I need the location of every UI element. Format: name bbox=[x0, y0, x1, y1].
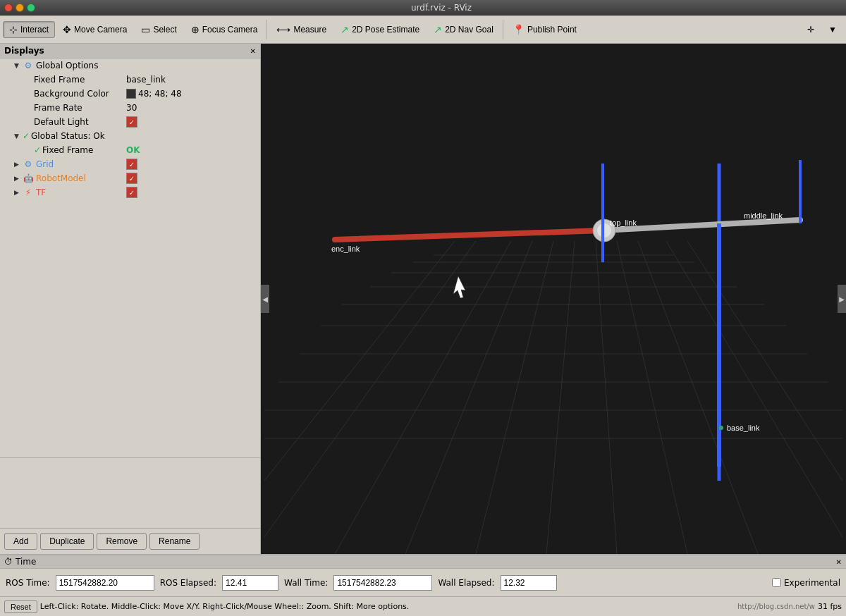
robot-model-checkbox-control[interactable]: ✓ bbox=[126, 173, 137, 184]
focus-camera-icon: ⊕ bbox=[191, 24, 200, 35]
time-icon: ⏱ bbox=[4, 557, 13, 567]
focus-camera-button[interactable]: ⊕ Focus Camera bbox=[185, 21, 264, 38]
timebar-close-icon[interactable]: ✕ bbox=[836, 558, 842, 566]
frame-rate-label: Frame Rate bbox=[34, 103, 82, 113]
tree-item-global-options[interactable]: ▼ ⚙ Global Options bbox=[0, 58, 260, 73]
2d-pose-button[interactable]: ↗ 2D Pose Estimate bbox=[334, 21, 426, 38]
tf-checkbox: ✓ bbox=[126, 187, 257, 198]
tree-item-frame-rate[interactable]: Frame Rate 30 bbox=[0, 101, 260, 115]
toolbar-menu-button[interactable]: ▼ bbox=[822, 22, 843, 37]
close-button[interactable] bbox=[4, 4, 13, 12]
tree-item-robot-model[interactable]: ▶ 🤖 RobotModel ✓ bbox=[0, 171, 260, 185]
svg-text:top_link: top_link bbox=[610, 218, 637, 227]
measure-icon: ⟷ bbox=[276, 24, 290, 35]
displays-title: Displays bbox=[4, 46, 44, 56]
background-color-label: Background Color bbox=[34, 89, 109, 99]
svg-point-34 bbox=[719, 426, 723, 430]
reset-button[interactable]: Reset bbox=[4, 600, 37, 613]
interact-button[interactable]: ⊹ Interact bbox=[3, 21, 55, 38]
add-toolbar-icon: ✛ bbox=[807, 25, 814, 35]
displays-tree: ▼ ⚙ Global Options Fixed Frame base_link bbox=[0, 58, 260, 457]
add-toolbar-button[interactable]: ✛ bbox=[801, 22, 821, 37]
timebar-header: ⏱ Time ✕ bbox=[0, 555, 846, 569]
tree-item-global-status[interactable]: ▼ ✓ Global Status: Ok bbox=[0, 129, 260, 143]
default-light-value: ✓ bbox=[126, 116, 257, 128]
ros-time-label: ROS Time: bbox=[6, 578, 50, 588]
svg-text:enc_link: enc_link bbox=[331, 245, 360, 253]
global-status-label: Global Status: Ok bbox=[31, 131, 105, 141]
timebar-content: ROS Time: ROS Elapsed: Wall Time: Wall E… bbox=[0, 569, 846, 596]
tree-item-tf[interactable]: ▶ ⚡ TF ✓ bbox=[0, 185, 260, 199]
toolbar-menu-icon: ▼ bbox=[828, 25, 837, 35]
rename-button[interactable]: Rename bbox=[149, 533, 200, 550]
3d-viewport[interactable]: ◀ ▶ bbox=[261, 44, 846, 554]
tf-checkbox-control[interactable]: ✓ bbox=[126, 187, 137, 198]
tree-item-default-light[interactable]: Default Light ✓ bbox=[0, 115, 260, 129]
ros-time-input[interactable] bbox=[56, 575, 154, 591]
wall-elapsed-input[interactable] bbox=[501, 575, 557, 591]
tree-item-fixed-frame[interactable]: Fixed Frame base_link bbox=[0, 73, 260, 87]
tree-item-grid[interactable]: ▶ ⚙ Grid ✓ bbox=[0, 157, 260, 171]
grid-checkbox: ✓ bbox=[126, 159, 257, 170]
robot-model-checkbox: ✓ bbox=[126, 173, 257, 184]
focus-camera-label: Focus Camera bbox=[202, 25, 258, 35]
remove-button[interactable]: Remove bbox=[97, 533, 147, 550]
3d-scene: enc_link top_link middle_link base_link bbox=[261, 44, 846, 554]
grid-arrow: ▶ bbox=[14, 161, 23, 168]
select-label: Select bbox=[153, 25, 176, 35]
grid-checkbox-control[interactable]: ✓ bbox=[126, 159, 137, 170]
2d-pose-label: 2D Pose Estimate bbox=[352, 25, 419, 35]
url-display: http://blog.csdn.net/w bbox=[737, 603, 815, 610]
publish-point-button[interactable]: 📍 Publish Point bbox=[506, 21, 583, 38]
maximize-button[interactable] bbox=[27, 4, 35, 12]
tree-item-background-color[interactable]: Background Color 48; 48; 48 bbox=[0, 87, 260, 101]
fixed-frame-status-label: Fixed Frame bbox=[42, 145, 93, 155]
select-button[interactable]: ▭ Select bbox=[135, 21, 183, 38]
experimental-checkbox[interactable] bbox=[772, 578, 781, 587]
robot-model-icon: 🤖 bbox=[23, 173, 34, 184]
tf-label: TF bbox=[36, 187, 46, 197]
wall-time-input[interactable] bbox=[333, 575, 432, 591]
svg-text:base_link: base_link bbox=[727, 424, 760, 432]
select-icon: ▭ bbox=[141, 24, 150, 35]
left-collapse-arrow[interactable]: ◀ bbox=[261, 285, 269, 313]
titlebar: urdf.rviz - RViz bbox=[0, 0, 846, 16]
default-light-checkbox[interactable]: ✓ bbox=[126, 116, 137, 128]
properties-panel bbox=[0, 457, 260, 528]
global-options-label: Global Options bbox=[36, 61, 98, 70]
add-button[interactable]: Add bbox=[4, 533, 37, 550]
2d-nav-button[interactable]: ↗ 2D Nav Goal bbox=[427, 21, 500, 38]
frame-rate-value: 30 bbox=[126, 103, 257, 113]
wall-time-label: Wall Time: bbox=[284, 578, 328, 588]
toolbar-separator-2 bbox=[503, 20, 503, 39]
global-options-arrow: ▼ bbox=[14, 62, 23, 69]
move-camera-icon: ✥ bbox=[63, 24, 71, 35]
duplicate-button[interactable]: Duplicate bbox=[40, 533, 94, 550]
global-options-icon: ⚙ bbox=[23, 60, 34, 71]
displays-close-icon[interactable]: ✕ bbox=[250, 47, 256, 55]
grid-icon: ⚙ bbox=[23, 159, 34, 170]
robot-model-arrow: ▶ bbox=[14, 175, 23, 182]
fixed-frame-status-value: OK bbox=[126, 145, 257, 155]
experimental-checkbox-container: Experimental bbox=[772, 578, 840, 588]
tf-arrow: ▶ bbox=[14, 189, 23, 196]
global-status-check-icon: ✓ bbox=[23, 131, 30, 141]
window-title: urdf.rviz - RViz bbox=[41, 3, 842, 13]
ros-elapsed-input[interactable] bbox=[222, 575, 278, 591]
background-color-value: 48; 48; 48 bbox=[126, 89, 257, 99]
left-panel-buttons: Add Duplicate Remove Rename bbox=[0, 528, 260, 554]
right-collapse-arrow[interactable]: ▶ bbox=[838, 285, 846, 313]
color-swatch bbox=[126, 89, 136, 99]
measure-button[interactable]: ⟷ Measure bbox=[270, 21, 333, 38]
fixed-frame-status-check: ✓ bbox=[34, 145, 41, 155]
left-panel: Displays ✕ ▼ ⚙ Global Options Fixed Fram… bbox=[0, 44, 261, 554]
move-camera-button[interactable]: ✥ Move Camera bbox=[56, 21, 133, 38]
2d-nav-icon: ↗ bbox=[434, 24, 442, 35]
window-controls bbox=[4, 4, 35, 12]
minimize-button[interactable] bbox=[16, 4, 24, 12]
experimental-label: Experimental bbox=[784, 578, 840, 588]
toolbar-separator-1 bbox=[266, 20, 267, 39]
svg-text:middle_link: middle_link bbox=[744, 211, 783, 220]
displays-header: Displays ✕ bbox=[0, 44, 260, 58]
tree-item-fixed-frame-status[interactable]: ✓ Fixed Frame OK bbox=[0, 143, 260, 157]
